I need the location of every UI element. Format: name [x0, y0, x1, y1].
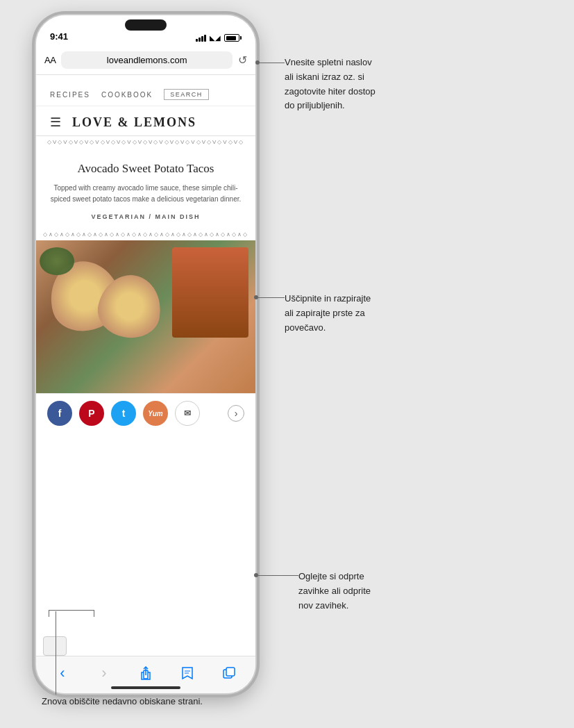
status-time: 9:41 [50, 31, 68, 42]
reload-button[interactable]: ↺ [238, 53, 247, 67]
nav-recipes-link[interactable]: RECIPES [50, 91, 90, 99]
share-button[interactable] [132, 661, 160, 686]
back-button[interactable]: ‹ [49, 661, 76, 686]
nav-cookbook-link[interactable]: COOKBOOK [101, 91, 153, 99]
food-tray-visual [172, 247, 248, 338]
browser-address-bar-container: AA loveandlemons.com ↺ [36, 46, 255, 75]
status-icons: ◣◢ [196, 34, 242, 42]
annotation-url-line-h [257, 63, 285, 63]
forward-button[interactable]: › [90, 661, 118, 686]
recipe-title: Avocado Sweet Potato Tacos [50, 162, 242, 176]
annotation-tabs-dot [254, 573, 258, 577]
annotation-back-bracket-right [94, 610, 94, 617]
forward-icon: › [101, 664, 106, 682]
nav-search-box[interactable]: SEARCH [164, 89, 209, 100]
food-image [36, 240, 255, 393]
site-header: ☰ LOVE & LEMONS [36, 106, 255, 136]
reader-mode-button[interactable]: AA [44, 55, 56, 65]
url-input[interactable]: loveandlemons.com [61, 51, 233, 69]
bookmarks-icon [181, 666, 194, 680]
back-icon: ‹ [60, 664, 65, 682]
annotation-url-dot [255, 60, 260, 65]
bookmarks-button[interactable] [174, 661, 201, 686]
site-logo: LOVE & LEMONS [72, 115, 196, 130]
svg-rect-5 [226, 668, 235, 676]
tabs-button[interactable] [215, 661, 243, 686]
phone-frame: 9:41 ◣◢ AA loveandlemons.com ↺ [35, 14, 257, 695]
annotation-url-text: Vnesite spletni naslov ali iskani izraz … [285, 56, 375, 113]
wifi-icon: ◣◢ [210, 34, 221, 42]
facebook-share-button[interactable]: f [47, 401, 72, 426]
website-content: RECIPES COOKBOOK SEARCH ☰ LOVE & LEMONS … [36, 46, 255, 656]
home-indicator[interactable] [111, 686, 180, 689]
decorative-border-top: ◇V◇V◇V◇V◇V◇V◇V◇V◇V◇V◇V◇V◇V◇V◇V◇V◇V◇V◇ [36, 136, 255, 148]
annotation-url: Vnesite spletni naslov ali iskani izraz … [285, 56, 375, 113]
greens-visual [40, 247, 74, 275]
pinterest-share-button[interactable]: P [79, 401, 104, 426]
annotation-zoom-line-h [255, 297, 285, 298]
recipe-hero: Avocado Sweet Potato Tacos Topped with c… [36, 148, 255, 229]
yummly-share-button[interactable]: Yum [143, 401, 168, 426]
email-share-button[interactable]: ✉ [175, 401, 200, 426]
site-nav: RECIPES COOKBOOK SEARCH [36, 82, 255, 106]
address-bar[interactable]: AA loveandlemons.com ↺ [36, 46, 255, 75]
recipe-tags: VEGETARIAN / MAIN DISH [50, 213, 242, 220]
battery-icon [224, 34, 242, 42]
share-icon [140, 666, 152, 680]
decorative-border-bottom: ◇∧◇∧◇∧◇∧◇∧◇∧◇∧◇∧◇∧◇∧◇∧◇∧◇∧◇∧◇∧◇∧◇∧◇∧◇ [36, 229, 255, 240]
recipe-description: Topped with creamy avocado lime sauce, t… [50, 183, 242, 205]
annotation-back-text: Znova obiščite nedavno obiskane strani. [42, 695, 203, 709]
annotation-back-bracket-left [49, 610, 49, 617]
twitter-share-button[interactable]: t [111, 401, 136, 426]
phone-notch [104, 15, 187, 35]
back-indicator [43, 636, 67, 656]
annotation-zoom-dot [254, 295, 258, 299]
more-share-button[interactable]: › [228, 405, 244, 422]
annotation-back-line-h [49, 610, 94, 611]
social-share-bar: f P t Yum ✉ › [36, 393, 255, 433]
annotation-back: Znova obiščite nedavno obiskane strani. [42, 695, 203, 709]
signal-bars-icon [196, 35, 206, 42]
annotation-zoom: Uščipnite in razpirajte ali zapirajte pr… [285, 292, 371, 335]
hamburger-menu-icon[interactable]: ☰ [50, 115, 61, 130]
annotation-tabs-text: Oglejte si odprte zavihke ali odprite no… [298, 570, 371, 613]
notch-camera [125, 19, 167, 31]
tabs-icon [223, 667, 235, 679]
annotation-zoom-text: Uščipnite in razpirajte ali zapirajte pr… [285, 292, 371, 335]
annotation-back-line-v [56, 611, 56, 695]
annotation-tabs: Oglejte si odprte zavihke ali odprite no… [298, 570, 371, 613]
annotation-tabs-line-h [255, 575, 298, 576]
